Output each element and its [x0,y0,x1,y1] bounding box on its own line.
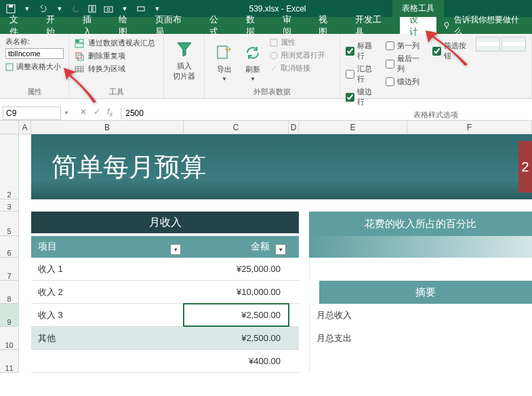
col-header-C[interactable]: C [184,121,289,134]
export-icon [214,43,234,63]
summarize-pivot-button[interactable]: 通过数据透视表汇总 [75,37,158,50]
row-header[interactable]: 6 [0,236,19,258]
th-project[interactable]: 项目▾ [31,236,184,258]
tab-home[interactable]: 开始 [37,17,73,34]
tab-review[interactable]: 审阅 [273,17,310,34]
row-header[interactable]: 9 [0,304,19,327]
group-properties: 表名称: 调整表格大小 属性 [0,34,69,98]
cell-summary[interactable]: 月总收入 [309,304,532,327]
cell-amount[interactable]: ¥10,000.00 [184,281,289,303]
cell-project[interactable] [31,350,184,372]
chk-banded-rows-input[interactable] [346,93,354,102]
undo-icon[interactable] [38,3,49,14]
tab-view[interactable]: 视图 [309,17,346,34]
qat-customize-icon[interactable]: ▼ [152,3,163,14]
tab-data[interactable]: 数据 [237,17,273,34]
row-header[interactable]: 11 [0,350,19,373]
fx-icon[interactable]: fx [107,107,112,118]
row-header[interactable]: 5 [0,212,19,236]
cell-amount[interactable]: ¥400.00 [184,350,289,372]
svg-point-7 [445,22,449,26]
col-header-A[interactable]: A [19,121,31,134]
annotation-arrow [62,68,103,111]
redo-icon[interactable] [70,3,81,14]
chk-total-row-input[interactable] [346,70,354,79]
undo-dropdown-icon[interactable]: ▼ [54,3,65,14]
chk-banded-rows[interactable]: 镶边行 [346,85,373,108]
col-header-F[interactable]: F [407,121,532,134]
qat-dropdown-icon[interactable]: ▼ [22,3,33,14]
svg-rect-8 [6,64,13,71]
chk-total-row[interactable]: 汇总行 [346,62,373,85]
cell-summary[interactable]: 月总支出 [309,327,532,350]
chk-last-col-input[interactable] [386,60,394,68]
cell-project[interactable]: 收入 2 [31,281,184,303]
quick-access-toolbar: ▼ ▼ ▼ ▼ [0,3,163,14]
svg-rect-6 [138,7,144,11]
cell-amount[interactable]: ¥2,500.00 [184,327,289,349]
select-all-corner[interactable] [0,121,19,134]
filter-dropdown-icon[interactable]: ▾ [170,244,181,255]
resize-icon [5,63,14,71]
chk-first-col[interactable]: 第一列 [386,39,420,52]
table-style-swatch[interactable] [476,37,500,52]
namebox-dropdown-icon[interactable]: ▼ [61,110,72,116]
chk-banded-cols[interactable]: 镶边列 [386,75,420,88]
section-percent-header: 花费的收入所占的百分比 [309,212,532,236]
cell-project[interactable]: 收入 1 [31,258,184,280]
cell-project[interactable]: 其他 [31,327,184,349]
row-header[interactable]: 8 [0,281,19,304]
row-header[interactable]: 7 [0,258,19,281]
remove-duplicates-button[interactable]: 删除重复项 [75,50,158,62]
name-box[interactable] [3,106,61,120]
filter-dropdown-icon[interactable]: ▾ [275,244,286,255]
svg-rect-12 [76,53,81,58]
tab-layout[interactable]: 页面布局 [146,17,200,34]
chk-header-row-input[interactable] [346,47,354,56]
print-preview-icon[interactable] [136,3,146,14]
row-headers: 2 3 5 6 7 8 9 10 11 [0,134,19,373]
cell[interactable] [309,258,532,281]
cell-project[interactable]: 收入 3 [31,304,184,326]
table-style-gallery[interactable] [476,37,526,108]
pivot-icon [75,39,84,48]
chk-first-col-input[interactable] [386,41,394,50]
header-badge: 2 [518,141,532,193]
save-icon[interactable] [5,3,16,14]
tab-insert[interactable]: 插入 [73,17,110,34]
chk-header-row[interactable]: 标题行 [346,39,373,62]
cell[interactable] [309,350,532,373]
th-amount[interactable]: 金额▾ [184,236,289,258]
export-button[interactable]: 导出▼ [210,37,239,85]
svg-rect-16 [270,39,277,46]
resize-table-button[interactable]: 调整表格大小 [5,62,63,72]
col-header-B[interactable]: B [31,121,184,134]
refresh-button[interactable]: 刷新▼ [239,37,267,85]
touch-mode-icon[interactable] [87,3,98,14]
formula-input[interactable]: 2500 [121,108,144,118]
row-header[interactable]: 3 [0,199,19,212]
tab-file[interactable]: 文件 [0,17,37,34]
insert-slicer-button[interactable]: 插入 切片器 [169,37,199,81]
col-header-D[interactable]: D [289,121,299,134]
cell-amount-selected[interactable]: ¥2,500.00 [184,304,289,326]
col-header-E[interactable]: E [299,121,407,134]
tab-formulas[interactable]: 公式 [200,17,237,34]
row-header[interactable]: 10 [0,327,19,350]
browser-icon [270,52,278,60]
svg-rect-4 [104,7,112,12]
camera-dropdown-icon[interactable]: ▼ [119,3,130,14]
tab-draw[interactable]: 绘图 [109,17,146,34]
row-header[interactable]: 2 [0,134,19,199]
chk-last-col[interactable]: 最后一列 [386,52,420,75]
section-income-header: 月收入 [31,212,299,236]
table-style-swatch[interactable] [502,37,526,52]
svg-rect-13 [78,55,83,60]
cell-amount[interactable]: ¥25,000.00 [184,258,289,280]
budget-header: 简单每月预算 2 [31,134,532,199]
svg-rect-3 [93,5,96,12]
camera-icon[interactable] [103,3,114,14]
table-name-input[interactable] [5,48,64,59]
tab-developer[interactable]: 开发工具 [346,17,400,34]
chk-banded-cols-input[interactable] [386,77,394,86]
